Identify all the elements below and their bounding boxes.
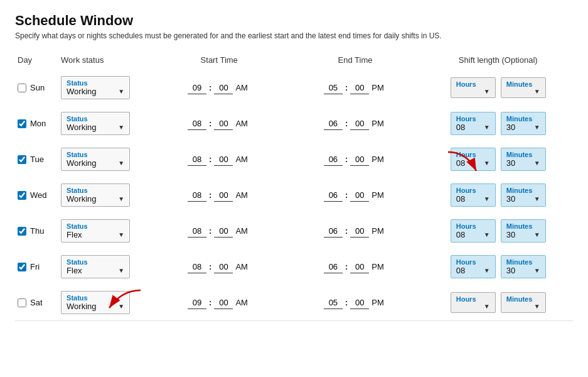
row-mon: Mon Status Working ▼ : AM : PM Hours	[15, 106, 573, 141]
shift-mins-arrow-tue: ▼	[534, 160, 540, 167]
end-min-thu[interactable]	[350, 225, 369, 238]
start-min-wed[interactable]	[214, 189, 233, 202]
end-min-fri[interactable]	[350, 261, 369, 273]
end-hour-mon[interactable]	[324, 117, 343, 130]
end-time-cell-thu: : PM	[292, 225, 419, 238]
start-min-fri[interactable]	[214, 261, 233, 273]
end-ampm-sat: PM	[372, 298, 387, 307]
checkbox-sat[interactable]	[18, 298, 26, 307]
shift-mins-dropdown-fri[interactable]: Minutes 30 ▼	[501, 255, 546, 278]
shift-hours-label-wed: Hours	[456, 187, 490, 194]
checkbox-mon[interactable]	[18, 119, 26, 128]
start-hour-tue[interactable]	[188, 153, 206, 166]
start-hour-mon[interactable]	[188, 117, 206, 130]
start-ampm-sun: AM	[235, 83, 250, 92]
start-hour-thu[interactable]	[188, 225, 206, 238]
start-time-cell-tue: : AM	[156, 153, 282, 166]
page-subtitle: Specify what days or nights schedules mu…	[15, 31, 573, 40]
end-ampm-thu: PM	[372, 226, 387, 236]
shift-hours-arrow-sun: ▼	[484, 88, 490, 95]
shift-hours-dropdown-fri[interactable]: Hours 08 ▼	[451, 255, 496, 278]
start-time-cell-sat: : AM	[156, 297, 282, 309]
shift-mins-dropdown-sun[interactable]: Minutes ▼	[501, 77, 546, 98]
shift-hours-label-tue: Hours	[456, 151, 490, 158]
status-value-sat: Working	[67, 302, 96, 311]
status-dropdown-tue[interactable]: Status Working ▼	[61, 148, 130, 171]
col-header-work-status: Work status	[56, 53, 151, 70]
shift-mins-label-tue: Minutes	[506, 151, 540, 158]
shift-cell-thu: Hours 08 ▼ Minutes 30 ▼	[428, 219, 568, 243]
dropdown-arrow-thu: ▼	[118, 231, 124, 238]
row-tue: Tue Status Working ▼ : AM : PM Hours	[15, 141, 573, 177]
end-min-sat[interactable]	[350, 297, 369, 309]
shift-mins-label-mon: Minutes	[506, 115, 540, 123]
shift-mins-dropdown-tue[interactable]: Minutes 30 ▼	[501, 148, 546, 171]
dropdown-arrow-wed: ▼	[118, 195, 124, 202]
end-hour-fri[interactable]	[324, 261, 343, 273]
start-min-tue[interactable]	[214, 153, 233, 166]
end-hour-sat[interactable]	[324, 297, 343, 309]
start-min-sat[interactable]	[214, 297, 233, 309]
day-label-sat: Sat	[30, 298, 45, 307]
end-hour-thu[interactable]	[324, 225, 343, 238]
end-min-wed[interactable]	[350, 189, 369, 202]
shift-mins-dropdown-sat[interactable]: Minutes ▼	[501, 292, 546, 313]
start-ampm-thu: AM	[235, 226, 250, 236]
end-hour-sun[interactable]	[324, 82, 343, 94]
status-label-mon: Status	[67, 115, 124, 123]
shift-hours-dropdown-wed[interactable]: Hours 08 ▼	[451, 183, 496, 207]
checkbox-tue[interactable]	[18, 155, 26, 164]
start-time-cell-mon: : AM	[156, 117, 282, 130]
status-value-fri: Flex	[67, 266, 82, 275]
row-wed: Wed Status Working ▼ : AM : PM Hours	[15, 177, 573, 213]
end-min-tue[interactable]	[350, 153, 369, 166]
shift-mins-value-fri: 30	[506, 266, 515, 275]
status-dropdown-sat[interactable]: Status Working ▼	[61, 291, 130, 314]
start-time-cell-sun: : AM	[156, 82, 282, 94]
status-dropdown-fri[interactable]: Status Flex ▼	[61, 255, 130, 278]
shift-hours-dropdown-thu[interactable]: Hours 08 ▼	[451, 219, 496, 243]
start-min-sun[interactable]	[214, 82, 233, 94]
shift-hours-dropdown-sun[interactable]: Hours ▼	[451, 77, 496, 98]
end-min-mon[interactable]	[350, 117, 369, 130]
shift-cell-sun: Hours ▼ Minutes ▼	[428, 77, 568, 98]
status-value-thu: Flex	[67, 230, 82, 239]
start-hour-wed[interactable]	[188, 189, 206, 202]
status-dropdown-wed[interactable]: Status Working ▼	[61, 183, 130, 207]
shift-mins-value-thu: 30	[506, 230, 515, 239]
shift-mins-dropdown-thu[interactable]: Minutes 30 ▼	[501, 219, 546, 243]
status-dropdown-sun[interactable]: Status Working ▼	[61, 76, 130, 99]
status-value-wed: Working	[67, 194, 96, 204]
checkbox-thu[interactable]	[18, 227, 26, 236]
shift-hours-dropdown-sat[interactable]: Hours ▼	[451, 292, 496, 313]
shift-mins-dropdown-mon[interactable]: Minutes 30 ▼	[501, 112, 546, 135]
start-hour-sat[interactable]	[188, 297, 206, 309]
shift-mins-arrow-sun: ▼	[534, 88, 540, 95]
end-time-cell-sat: : PM	[292, 297, 419, 309]
end-hour-tue[interactable]	[324, 153, 343, 166]
shift-mins-arrow-wed: ▼	[534, 195, 540, 202]
end-min-sun[interactable]	[350, 82, 369, 94]
status-dropdown-mon[interactable]: Status Working ▼	[61, 112, 130, 135]
start-min-mon[interactable]	[214, 117, 233, 130]
start-ampm-tue: AM	[235, 155, 250, 164]
end-hour-wed[interactable]	[324, 189, 343, 202]
start-hour-fri[interactable]	[188, 261, 206, 273]
shift-hours-dropdown-tue[interactable]: Hours 08 ▼	[451, 148, 496, 171]
shift-hours-arrow-thu: ▼	[484, 231, 490, 238]
day-label-wed: Wed	[30, 190, 47, 200]
status-dropdown-thu[interactable]: Status Flex ▼	[61, 219, 130, 243]
start-hour-sun[interactable]	[188, 82, 206, 94]
checkbox-fri[interactable]	[18, 263, 26, 271]
shift-hours-arrow-wed: ▼	[484, 195, 490, 202]
shift-hours-arrow-fri: ▼	[484, 267, 490, 274]
dropdown-arrow-sat: ▼	[118, 303, 124, 310]
shift-hours-dropdown-mon[interactable]: Hours 08 ▼	[451, 112, 496, 135]
checkbox-wed[interactable]	[18, 191, 26, 200]
shift-mins-dropdown-wed[interactable]: Minutes 30 ▼	[501, 183, 546, 207]
start-ampm-mon: AM	[235, 119, 250, 128]
start-min-thu[interactable]	[214, 225, 233, 238]
end-ampm-tue: PM	[372, 155, 387, 164]
checkbox-sun[interactable]	[18, 84, 26, 92]
end-ampm-sun: PM	[372, 83, 387, 92]
